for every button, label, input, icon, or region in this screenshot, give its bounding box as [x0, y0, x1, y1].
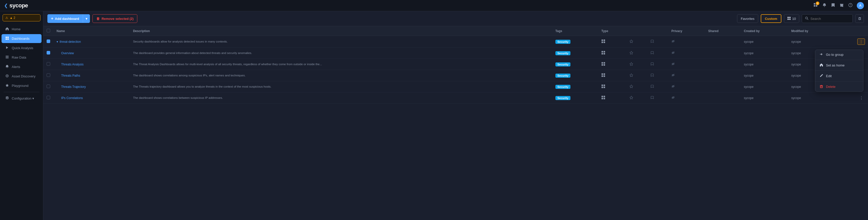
- group-checkbox-cell[interactable]: [43, 36, 54, 48]
- table-settings-button[interactable]: [855, 14, 864, 23]
- group-shared-cell: [705, 36, 741, 48]
- count-button[interactable]: 10: [784, 14, 799, 23]
- col-checkbox[interactable]: [43, 26, 54, 36]
- favorites-button[interactable]: Favorites: [737, 14, 758, 23]
- row-star-cell[interactable]: [626, 48, 647, 59]
- row-checkbox-cell[interactable]: [43, 59, 54, 70]
- row-more-button[interactable]: ⋮: [858, 95, 865, 101]
- svg-rect-48: [603, 85, 605, 86]
- svg-rect-56: [603, 98, 605, 99]
- row-name-link[interactable]: IPs Correlations: [61, 96, 83, 100]
- sidebar-item-label: Quick Analysis: [12, 46, 33, 50]
- main-layout: ⚠ ▲ 2 Home Dashboards Quick Analysis: [0, 11, 868, 220]
- row-name-link[interactable]: Threats Paths: [61, 74, 80, 77]
- svg-rect-3: [816, 5, 817, 7]
- svg-rect-49: [601, 87, 603, 88]
- context-menu-go-to-group[interactable]: Go to group: [815, 50, 863, 59]
- row-bookmark-cell[interactable]: [647, 59, 668, 70]
- sidebar-item-home[interactable]: Home: [2, 25, 41, 34]
- select-all-checkbox[interactable]: [46, 29, 50, 32]
- context-menu-delete[interactable]: Delete: [815, 82, 863, 91]
- row-checkbox-cell[interactable]: [43, 81, 54, 92]
- menu-divider: [815, 81, 863, 82]
- search-input[interactable]: [810, 17, 849, 21]
- row-bookmark-cell[interactable]: [647, 92, 668, 104]
- sidebar-item-quick-analysis[interactable]: Quick Analysis: [2, 43, 41, 53]
- menu-divider: [815, 70, 863, 71]
- col-name: Name: [54, 26, 130, 36]
- row-desc-cell: The Threats trajectory dashboard allows …: [130, 81, 552, 92]
- group-more-button[interactable]: ⋮: [857, 38, 865, 45]
- svg-point-21: [806, 17, 808, 19]
- row-checkbox[interactable]: [46, 73, 50, 77]
- svg-rect-24: [603, 39, 605, 41]
- playground-icon: [5, 84, 9, 88]
- row-star-cell[interactable]: [626, 92, 647, 104]
- add-dashboard-main[interactable]: + Add dashboard: [48, 14, 83, 23]
- row-checkbox-cell[interactable]: [43, 48, 54, 59]
- svg-point-15: [7, 75, 8, 76]
- row-checkbox-cell[interactable]: [43, 92, 54, 104]
- row-checkbox[interactable]: [46, 96, 50, 99]
- row-shared-cell: [705, 48, 741, 59]
- row-bookmark-cell[interactable]: [647, 81, 668, 92]
- context-menu-set-as-home[interactable]: Set as home: [815, 61, 863, 70]
- search-box[interactable]: [802, 14, 853, 23]
- group-header: ▾ threat-detection: [57, 40, 127, 43]
- row-desc-cell: The dashboard shows correlations between…: [130, 92, 552, 104]
- svg-rect-47: [601, 85, 603, 86]
- row-checkbox[interactable]: [46, 62, 50, 66]
- add-dashboard-button[interactable]: + Add dashboard ▾: [48, 14, 90, 23]
- group-star-cell[interactable]: [626, 36, 647, 48]
- svg-marker-45: [630, 73, 633, 76]
- row-name-link[interactable]: Overview: [61, 52, 74, 55]
- row-name-link[interactable]: Threats Trajectory: [61, 85, 86, 89]
- sidebar-item-asset-discovery[interactable]: Asset Discovery: [2, 72, 41, 81]
- add-dashboard-dropdown[interactable]: ▾: [83, 14, 90, 23]
- svg-rect-9: [7, 38, 9, 40]
- context-menu-edit[interactable]: Edit: [815, 71, 863, 81]
- row-checkbox-cell[interactable]: [43, 70, 54, 81]
- sidebar-item-label: Asset Discovery: [12, 74, 35, 78]
- svg-marker-10: [6, 46, 8, 49]
- row-description: The dashboard provides general informati…: [133, 52, 252, 55]
- svg-rect-6: [6, 37, 7, 38]
- row-star-cell[interactable]: [626, 59, 647, 70]
- row-type-cell: [598, 81, 626, 92]
- sidebar-item-alerts[interactable]: Alerts: [2, 62, 41, 71]
- row-name-link[interactable]: Threats Analysis: [61, 63, 84, 66]
- group-chevron-icon[interactable]: ▾: [57, 40, 58, 43]
- group-name-link[interactable]: threat-detection: [60, 40, 81, 43]
- sidebar-item-dashboards[interactable]: Dashboards: [2, 34, 41, 43]
- row-bookmark-cell[interactable]: [647, 48, 668, 59]
- custom-button[interactable]: Custom: [761, 14, 781, 23]
- group-checkbox[interactable]: [46, 39, 50, 43]
- row-star-cell[interactable]: [626, 70, 647, 81]
- gear-icon[interactable]: [839, 3, 844, 8]
- sidebar-item-playground[interactable]: Playground: [2, 81, 41, 90]
- bell-icon[interactable]: [822, 3, 827, 8]
- alert-icon: ⚠: [5, 16, 8, 20]
- row-checkbox[interactable]: [46, 51, 50, 55]
- row-tag-badge: Security: [555, 62, 570, 66]
- group-bookmark-cell[interactable]: [647, 36, 668, 48]
- row-shared-cell: [705, 59, 741, 70]
- help-icon[interactable]: ?: [848, 3, 853, 8]
- row-tag-cell: Security: [552, 92, 598, 104]
- row-desc-cell: The dashboard shows correlations among s…: [130, 70, 552, 81]
- row-star-cell[interactable]: [626, 81, 647, 92]
- bookmark-icon[interactable]: [831, 3, 835, 8]
- group-description: Security dashboards allow for analysis d…: [133, 40, 227, 43]
- group-actions: ⋮: [841, 38, 865, 45]
- remove-selected-button[interactable]: 🗑 Remove selected (2): [92, 14, 137, 23]
- sidebar-alert[interactable]: ⚠ ▲ 2: [3, 14, 40, 21]
- sidebar-item-configuration[interactable]: Configuration ▾: [2, 94, 41, 103]
- avatar[interactable]: A: [857, 2, 864, 9]
- svg-rect-44: [603, 75, 605, 77]
- row-bookmark-cell[interactable]: [647, 70, 668, 81]
- row-checkbox[interactable]: [46, 85, 50, 88]
- sidebar-item-raw-data[interactable]: Raw Data: [2, 53, 41, 62]
- svg-rect-31: [601, 53, 603, 55]
- grid-apps-icon[interactable]: 1: [813, 3, 818, 8]
- logo[interactable]: ❮ sycope: [4, 2, 28, 9]
